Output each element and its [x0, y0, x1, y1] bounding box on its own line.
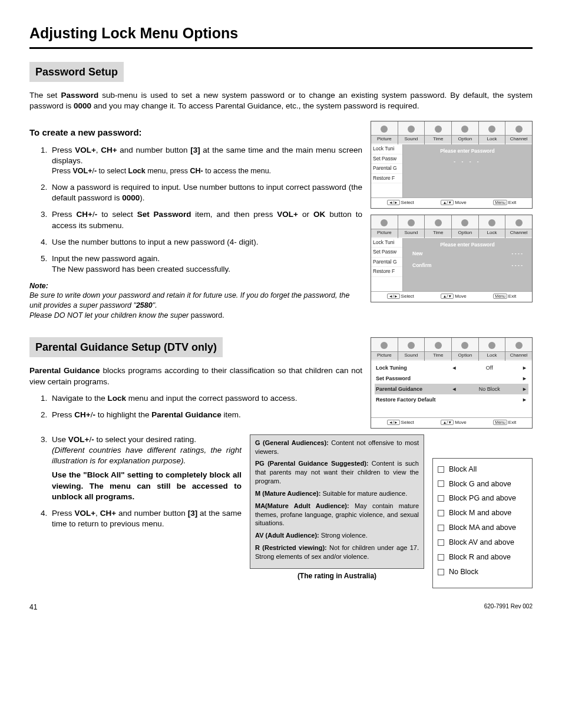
tab-icon: [425, 216, 451, 229]
text-bold: Password: [61, 91, 98, 100]
block-option-label: Block All: [449, 465, 477, 475]
page-footer: 41 620-7991 Rev 002: [29, 602, 533, 612]
tv-tab-picture: Picture: [371, 215, 398, 238]
block-option-label: Block MA and above: [449, 523, 516, 533]
key-icon: ◄/►: [387, 294, 400, 299]
list-item: Now a password is required to input. Use…: [49, 182, 362, 203]
parental-steps: Navigate to the Lock menu and input the …: [29, 393, 362, 420]
svg-point-7: [408, 219, 415, 226]
tab-label: Channel: [505, 229, 532, 237]
tv-menu-screenshot-3: PictureSoundTimeOptionLockChannel Lock T…: [371, 337, 533, 429]
tv-tab-picture: Picture: [371, 121, 398, 144]
key-icon: ▲/▼: [441, 294, 454, 299]
key-icon: ◄/►: [387, 200, 400, 205]
text-bold: CH-: [190, 167, 203, 175]
text: Press: [52, 167, 72, 175]
text: and you may change it. To access Parenta…: [91, 101, 419, 110]
password-dots: - - - -: [406, 159, 528, 165]
checkbox-icon: [438, 525, 444, 531]
field-label: New: [412, 251, 422, 257]
tab-label: Picture: [371, 229, 398, 237]
password-intro: The set Password sub-menu is used to set…: [29, 90, 533, 111]
ratings-descriptions: G (General Audiences): Content not offen…: [250, 434, 424, 569]
rating-description: PG (Parental Guidance Suggested): Conten…: [255, 459, 419, 486]
tv-menu-screenshot-2: PictureSoundTimeOptionLockChannel Lock T…: [371, 215, 533, 302]
tab-label: Picture: [371, 136, 398, 143]
tab-icon: [479, 216, 505, 229]
block-option-label: Block R and above: [449, 552, 511, 562]
tv-menu-row: Parental Guidance◄No Block►: [375, 384, 528, 394]
rating-description: M (Mature Audience): Suitable for mature…: [255, 489, 419, 498]
footer-label: Move: [455, 200, 467, 205]
text-bold: VOL+: [68, 435, 90, 444]
tv-sidebar-item: Parental G: [371, 258, 402, 267]
svg-point-1: [408, 126, 415, 133]
text: to highlight the: [95, 410, 151, 419]
svg-point-11: [515, 219, 523, 226]
tv-footer: ◄/►Select ▲/▼Move MenuExit: [371, 417, 532, 428]
tv-tabs: PictureSoundTimeOptionLockChannel: [371, 215, 532, 238]
text-bold: CH+: [77, 210, 92, 219]
text-bold: VOL+: [75, 146, 96, 154]
text: Please DO NOT let your children know the…: [29, 311, 191, 319]
checkbox-icon: [438, 510, 444, 516]
tab-label: Sound: [398, 229, 425, 237]
text-bold: Lock: [108, 394, 127, 403]
text: Press: [52, 410, 74, 419]
tab-label: Sound: [398, 136, 425, 143]
key-icon: ◄/►: [387, 420, 400, 425]
tv-tab-channel: Channel: [505, 121, 532, 144]
tv-prompt: Please enter Password: [406, 148, 528, 154]
footer-label: Exit: [508, 420, 516, 425]
key-icon: Menu: [493, 420, 507, 425]
text-bold: CH+: [101, 146, 117, 154]
tv-sidebar-item: Lock Tuni: [371, 144, 402, 154]
rating-description: MA(Mature Adult Audience): May contain m…: [255, 502, 419, 528]
tab-icon: [425, 123, 451, 136]
text-italic: (Different countries have different rati…: [52, 445, 242, 466]
text-bold: 2580: [136, 301, 153, 309]
tv-sidebar-item: Set Passw: [371, 154, 402, 164]
tv-tab-time: Time: [425, 121, 452, 144]
list-item: Press CH+/- to select Set Password item,…: [49, 209, 362, 230]
text: and number button: [117, 146, 191, 154]
tab-icon: [398, 216, 425, 229]
tab-icon: [452, 123, 478, 136]
text-bold: 0000: [74, 101, 91, 110]
block-option: Block PG and above: [438, 493, 527, 503]
tab-label: Option: [452, 229, 478, 237]
tv-tab-channel: Channel: [505, 215, 532, 238]
tv-tab-channel: Channel: [505, 338, 532, 361]
text: Now a password is required to input. Use…: [52, 183, 362, 202]
footer-label: Move: [455, 420, 467, 425]
footer-label: Select: [401, 420, 414, 425]
tv-tabs: PictureSoundTimeOptionLockChannel: [371, 338, 532, 361]
text-bold: VOL+: [277, 210, 298, 219]
key-icon: ▲/▼: [441, 420, 454, 425]
text-bold: CH+: [100, 509, 116, 518]
sub-note: Press VOL+/- to select Lock menu, press …: [52, 166, 362, 176]
svg-point-0: [381, 126, 388, 133]
tab-label: Picture: [371, 352, 398, 360]
parental-steps-cont: Use VOL+/- to select your desired rating…: [29, 434, 242, 530]
block-option-label: Block PG and above: [449, 493, 516, 503]
block-option-label: Block G and above: [449, 479, 511, 489]
note-label: Note:: [29, 281, 362, 291]
svg-point-15: [461, 342, 468, 349]
parental-intro: Parental Guidance blocks programs accord…: [29, 365, 362, 387]
svg-point-16: [488, 342, 495, 349]
list-item: Use the number buttons to input a new pa…: [49, 237, 362, 248]
tv-tab-time: Time: [425, 215, 452, 238]
list-item: Press CH+/- to highlight the Parental Gu…: [49, 410, 362, 420]
tab-icon: [425, 339, 451, 352]
tab-label: Lock: [479, 352, 505, 360]
block-option-label: Block M and above: [449, 508, 511, 518]
svg-point-4: [488, 126, 495, 133]
text-bold: CH+: [74, 410, 90, 419]
tab-icon: [452, 216, 478, 229]
tv-tab-lock: Lock: [479, 215, 506, 238]
tv-main-panel: Please enter Password - - - -: [403, 144, 532, 197]
checkbox-icon: [438, 480, 444, 487]
tv-menu-row: Set Password►: [375, 373, 528, 384]
text: ".: [153, 301, 157, 309]
